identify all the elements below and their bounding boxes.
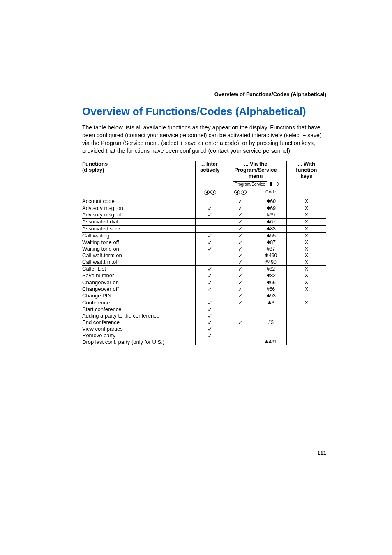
check-icon: ✓ xyxy=(238,198,243,205)
page-content: Overview of Functions/Codes (Alphabetica… xyxy=(0,0,392,345)
fn-name: Call waiting xyxy=(82,232,195,239)
nav-left-icon xyxy=(204,190,210,195)
fn-name: Associated dial xyxy=(82,218,195,225)
check-icon: ✓ xyxy=(238,279,243,286)
fn-interactively xyxy=(195,259,225,266)
fn-interactively: ✓ xyxy=(195,319,225,326)
nav-right-icon xyxy=(210,190,216,195)
table-row: End conference✓✓#3 xyxy=(82,319,326,326)
table-row: Account code✓✱60X xyxy=(82,198,326,205)
fn-with-keys: X xyxy=(286,252,326,259)
fn-with-keys xyxy=(286,332,326,339)
fn-name: Remove party xyxy=(82,332,195,339)
table-row: Changeover on✓✓✱66X xyxy=(82,279,326,286)
table-body: Account code✓✱60XAdvisory msg. on✓✓✱69XA… xyxy=(82,198,326,345)
lamp-icon xyxy=(270,182,279,186)
fn-name: Advisory msg. on xyxy=(82,205,195,212)
header-via: ... Via the Program/Service menu Program… xyxy=(225,161,286,187)
fn-with-keys: X xyxy=(286,198,326,205)
fn-via-nav: ✓ xyxy=(225,319,256,326)
fn-code: #66 xyxy=(256,286,286,292)
fn-code xyxy=(256,332,286,339)
header-inter-l2: actively xyxy=(200,167,220,173)
header-via-label: ... Via the Program/Service menu xyxy=(225,161,286,179)
table-row: Changeover off✓✓#66X xyxy=(82,286,326,292)
fn-with-keys: X xyxy=(286,286,326,292)
fn-via-nav: ✓ xyxy=(225,259,256,266)
fn-with-keys xyxy=(286,326,326,332)
header-via-l1: ... Via the xyxy=(244,161,267,167)
table-row: Call wait.term.on✓✱490X xyxy=(82,252,326,259)
fn-via-nav: ✓ xyxy=(225,212,256,219)
fn-code: ✱87 xyxy=(256,239,286,246)
fn-name: Changeover on xyxy=(82,279,195,286)
check-icon: ✓ xyxy=(208,233,212,239)
table-row: Call wait.trm.off✓#490X xyxy=(82,259,326,266)
fn-name: Save number xyxy=(82,272,195,279)
fn-interactively xyxy=(195,292,225,299)
fn-via-nav: ✓ xyxy=(225,272,256,279)
check-icon: ✓ xyxy=(208,332,212,339)
subhdr-nav-inter xyxy=(195,187,225,198)
fn-code: ✱491 xyxy=(256,339,286,345)
fn-name: Change PIN xyxy=(82,292,195,299)
fn-name: Adding a party to the conference xyxy=(82,313,195,319)
check-icon: ✓ xyxy=(238,319,243,326)
fn-via-nav: ✓ xyxy=(225,239,256,246)
check-icon: ✓ xyxy=(238,292,243,299)
nav-keys-icon xyxy=(234,190,247,195)
check-icon: ✓ xyxy=(208,205,212,212)
table-row: Adding a party to the conference✓ xyxy=(82,313,326,319)
fn-name: View conf parties xyxy=(82,326,195,332)
table-row: Associated serv.✓✱83X xyxy=(82,225,326,232)
fn-interactively: ✓ xyxy=(195,272,225,279)
header-functions: Functions (display) xyxy=(82,161,195,187)
fn-interactively: ✓ xyxy=(195,286,225,292)
fn-code xyxy=(256,326,286,332)
fn-with-keys xyxy=(286,306,326,313)
check-icon: ✓ xyxy=(238,286,243,292)
table-row: Advisory msg. off✓✓#69X xyxy=(82,212,326,219)
header-functions-l2: (display) xyxy=(82,167,104,173)
check-icon: ✓ xyxy=(238,233,243,239)
subhdr-nav-via xyxy=(225,187,256,198)
header-via-l2: Program/Service xyxy=(234,167,277,173)
table-row: Associated dial✓✱67X xyxy=(82,218,326,225)
fn-with-keys: X xyxy=(286,272,326,279)
check-icon: ✓ xyxy=(208,306,212,313)
fn-code: ✱82 xyxy=(256,272,286,279)
header-with-keys: ... With function keys xyxy=(286,161,326,187)
functions-table: Functions (display) ... Inter- actively … xyxy=(82,161,326,345)
check-icon: ✓ xyxy=(208,326,212,332)
fn-name: Conference xyxy=(82,299,195,306)
check-icon: ✓ xyxy=(208,313,212,319)
program-service-key: Program/Service xyxy=(233,181,267,187)
fn-with-keys xyxy=(286,292,326,299)
fn-with-keys: X xyxy=(286,232,326,239)
check-icon: ✓ xyxy=(208,212,212,218)
fn-interactively: ✓ xyxy=(195,306,225,313)
nav-right-icon xyxy=(241,190,247,195)
fn-with-keys xyxy=(286,339,326,345)
svg-marker-3 xyxy=(243,191,244,194)
check-icon: ✓ xyxy=(208,299,212,306)
intro-paragraph: The table below lists all available func… xyxy=(82,124,326,155)
fn-interactively: ✓ xyxy=(195,313,225,319)
fn-via-nav: ✓ xyxy=(225,292,256,299)
check-icon: ✓ xyxy=(208,239,212,246)
fn-code: #87 xyxy=(256,246,286,252)
page-number: 111 xyxy=(317,450,326,456)
check-icon: ✓ xyxy=(238,272,243,279)
fn-name: End conference xyxy=(82,319,195,326)
fn-interactively: ✓ xyxy=(195,299,225,306)
fn-code: ✱69 xyxy=(256,205,286,212)
fn-name: Caller List xyxy=(82,265,195,272)
table-row: Start conference✓ xyxy=(82,306,326,313)
check-icon: ✓ xyxy=(208,279,212,286)
fn-name: Advisory msg. off xyxy=(82,212,195,219)
fn-interactively: ✓ xyxy=(195,246,225,252)
check-icon: ✓ xyxy=(208,319,212,326)
fn-code: ✱60 xyxy=(256,198,286,205)
table-row: Caller List✓✓#82X xyxy=(82,265,326,272)
table-row: Call waiting✓✓✱55X xyxy=(82,232,326,239)
